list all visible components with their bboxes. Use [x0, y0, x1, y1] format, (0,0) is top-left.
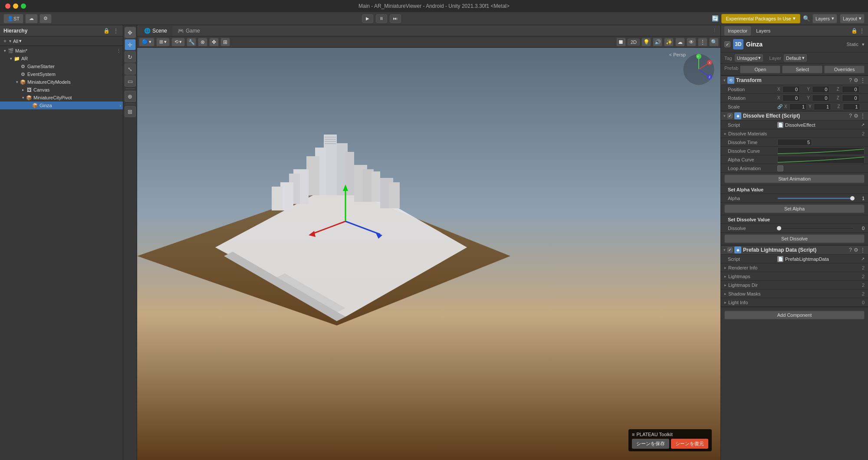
rot-x-input[interactable] [783, 95, 800, 102]
snap-btn[interactable]: ⊗ [198, 38, 207, 46]
alpha-slider-track[interactable] [777, 197, 854, 199]
tree-item-miniaturecitypivot[interactable]: ▾ 📦 MiniatureCityPivot [0, 94, 123, 102]
alpha-curve-display[interactable] [777, 156, 865, 164]
transform-dropdown[interactable]: ⟲ ▾ [171, 38, 185, 46]
scale-tool-btn[interactable]: ⤡ [125, 63, 136, 75]
lightmaps-row[interactable]: ▸ Lightmaps 2 [721, 272, 868, 281]
hand-tool-btn[interactable]: ✥ [125, 27, 136, 38]
tree-item-gamestarter[interactable]: ▸ ⚙ GameStarter [0, 62, 123, 70]
pause-button[interactable]: ⏸ [376, 14, 387, 23]
rot-y-input[interactable] [812, 95, 829, 102]
more-btn[interactable]: ⋮ [698, 38, 707, 46]
tab-inspector[interactable]: Inspector [724, 26, 751, 36]
prefab-lightmap-header[interactable]: ▾ ✓ ◆ Prefab Lightmap Data (Script) ? ⚙ … [721, 245, 868, 255]
lightmap-checkbox[interactable]: ✓ [727, 247, 733, 253]
custom-tool-btn[interactable]: ⊞ [125, 106, 136, 117]
scale-z-input[interactable] [843, 103, 860, 110]
scale-x-input[interactable] [789, 103, 807, 110]
tree-item-canvas[interactable]: ▸ 🖼 Canvas [0, 86, 123, 94]
sky-btn[interactable]: ☁ [675, 38, 685, 46]
tab-scene[interactable]: 🌐 Scene [139, 26, 172, 36]
close-button[interactable] [5, 3, 10, 9]
gizmos-btn[interactable]: 🔧 [187, 38, 196, 46]
layers-dropdown[interactable]: Layers ▾ [812, 14, 837, 23]
dissolve-slider-thumb[interactable] [777, 226, 781, 230]
step-button[interactable]: ⏭ [390, 14, 401, 23]
alpha-slider-thumb[interactable] [850, 196, 855, 200]
maximize-button[interactable] [21, 3, 26, 9]
overrides-btn[interactable]: Overrides [824, 66, 865, 73]
dissolve-settings-btn[interactable]: ⚙ [854, 113, 858, 119]
viewport-menu-btn[interactable]: ⋮ [712, 28, 719, 33]
lightmap-link-icon[interactable]: ↗ [861, 256, 865, 261]
settings-btn[interactable]: ⚙ [39, 14, 52, 23]
transform-header[interactable]: ▾ ⟲ Transform ? ⚙ ⋮ [721, 76, 868, 85]
tab-game[interactable]: 🎮 Game [172, 26, 205, 36]
shadow-masks-row[interactable]: ▸ Shadow Masks 2 [721, 289, 868, 298]
tree-item-ar[interactable]: ▾ 📁 AR [0, 55, 123, 62]
dissolve-time-input[interactable] [777, 139, 812, 146]
restore-scene-btn[interactable]: シーンを復元 [671, 439, 708, 449]
save-scene-btn[interactable]: シーンを保存 [632, 439, 669, 449]
rotate-tool-btn[interactable]: ↻ [125, 51, 136, 62]
lightmap-settings-btn[interactable]: ⚙ [854, 247, 858, 253]
multi-tool-btn[interactable]: ⊕ [125, 91, 136, 102]
tag-dropdown[interactable]: Untagged ▾ [735, 54, 763, 62]
loop-animation-toggle[interactable] [777, 165, 783, 171]
tree-item-main[interactable]: ▾ 🎬 Main* ⋮ [0, 47, 123, 55]
inspector-menu-btn[interactable]: ⋮ [859, 28, 865, 34]
set-dissolve-btn[interactable]: Set Dissolve [724, 234, 865, 243]
view-dropdown[interactable]: ⊞ ▾ [156, 38, 170, 46]
scale-y-input[interactable] [814, 103, 831, 110]
layout-dropdown[interactable]: Layout ▾ [840, 14, 865, 23]
lightmap-help-btn[interactable]: ? [849, 247, 852, 253]
tree-item-eventsystem[interactable]: ▸ ⚙ EventSystem [0, 70, 123, 78]
inspector-lock-icon[interactable]: 🔒 [851, 28, 858, 34]
extra-btn[interactable]: ⊞ [220, 38, 230, 46]
light-btn[interactable]: 💡 [641, 38, 651, 46]
tab-layers[interactable]: Layers [753, 26, 774, 36]
sound-btn[interactable]: 🔊 [653, 38, 662, 46]
dissolve-slider-track[interactable] [777, 227, 854, 229]
minimize-button[interactable] [13, 3, 18, 9]
search-icon[interactable]: 🔍 [803, 15, 810, 22]
pos-y-input[interactable] [812, 86, 829, 93]
object-enable-checkbox[interactable]: ✓ [724, 41, 730, 47]
select-btn[interactable]: Select [782, 66, 822, 73]
exp-pkg-button[interactable]: Experimental Packages In Use ▾ [721, 14, 800, 23]
shading-dropdown[interactable]: 🔵 ▾ [139, 38, 155, 46]
tree-item-ginza[interactable]: ▸ 📦 Ginza › [0, 102, 123, 109]
lightmaps-dir-row[interactable]: ▸ Lightmaps Dir 2 [721, 281, 868, 289]
light-info-row[interactable]: ▸ Light Info 0 [721, 298, 868, 307]
pos-x-input[interactable] [783, 86, 800, 93]
move-tool-btn[interactable]: ✛ [125, 39, 136, 50]
renderer-info-row[interactable]: ▸ Renderer Info 2 [721, 263, 868, 272]
set-alpha-btn[interactable]: Set Alpha [724, 204, 865, 213]
dissolve-curve-display[interactable] [777, 147, 865, 155]
dissolve-checkbox[interactable]: ✓ [727, 113, 733, 118]
dissolve-effect-header[interactable]: ▾ ✓ ◆ Dissolve Effect (Script) ? ⚙ ⋮ [721, 111, 868, 121]
play-button[interactable]: ▶ [362, 14, 373, 23]
zoom-btn[interactable]: 🔍 [709, 38, 719, 46]
aspect-btn[interactable]: 🔲 [616, 38, 626, 46]
fx-btn[interactable]: ✨ [664, 38, 674, 46]
script-link-icon[interactable]: ↗ [861, 122, 865, 127]
transform-settings-btn[interactable]: ⚙ [854, 77, 858, 83]
scene-vis-btn[interactable]: 👁 [687, 38, 696, 46]
rect-tool-btn[interactable]: ▭ [125, 76, 136, 87]
transform-menu-btn[interactable]: ⋮ [860, 77, 865, 83]
pos-z-input[interactable] [842, 86, 859, 93]
cloud-btn[interactable]: ☁ [25, 14, 38, 23]
layer-dropdown[interactable]: Default ▾ [784, 54, 807, 62]
viewport-canvas[interactable]: < Persp Y X [137, 48, 720, 460]
lightmap-menu-btn[interactable]: ⋮ [860, 247, 865, 253]
static-dropdown[interactable]: ▾ [862, 42, 865, 47]
dissolve-materials-row[interactable]: ▸ Dissolve Materials 2 [721, 129, 868, 138]
tree-menu-main[interactable]: ⋮ [116, 48, 121, 54]
dissolve-help-btn[interactable]: ? [849, 113, 852, 119]
start-animation-btn[interactable]: Start Animation [724, 174, 865, 183]
add-component-btn[interactable]: Add Component [724, 311, 865, 319]
account-btn[interactable]: 👤 ST [3, 14, 23, 23]
rot-z-input[interactable] [842, 95, 859, 102]
hierarchy-lock-btn[interactable]: 🔒 [102, 28, 111, 34]
